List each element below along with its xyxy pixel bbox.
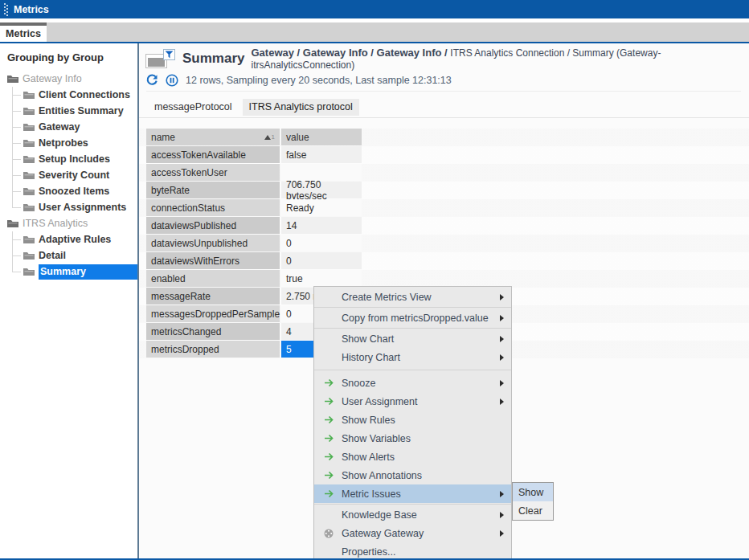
tree-connector	[12, 151, 23, 167]
sidebar-item-label: ITRS Analytics	[23, 218, 88, 229]
gateway-sphere-icon	[324, 529, 342, 538]
table-row-dataviewswitherrors: dataviewsWithErrors0	[146, 252, 362, 270]
sidebar-item-label: Snoozed Items	[39, 186, 109, 197]
menu-item-label: History Chart	[342, 352, 500, 363]
cell-name[interactable]: connectionStatus	[146, 199, 280, 216]
cell-name[interactable]: byteRate	[146, 182, 280, 198]
sidebar-item-detail[interactable]: Detail	[7, 247, 137, 264]
folder-icon	[23, 120, 35, 134]
sidebar-item-adaptive-rules[interactable]: Adaptive Rules	[7, 231, 137, 247]
menu-item-show-chart[interactable]: Show Chart	[314, 329, 511, 348]
metric-issues-submenu: ShowClear	[512, 482, 554, 521]
submenu-item-show[interactable]: Show	[513, 483, 553, 501]
menu-item-show-variables[interactable]: Show Variables	[314, 429, 511, 448]
menu-item-properties[interactable]: Properties...	[314, 542, 511, 560]
menu-item-knowledge-base[interactable]: Knowledge Base	[314, 505, 511, 524]
menu-item-create-metrics-view[interactable]: Create Metrics View	[314, 288, 511, 306]
column-header-name[interactable]: name1	[146, 129, 280, 145]
sidebar-item-netprobes[interactable]: Netprobes	[7, 135, 137, 151]
sidebar-item-itrs-analytics[interactable]: ITRS Analytics	[7, 215, 137, 231]
cell-name[interactable]: enabled	[146, 270, 280, 287]
cell-value[interactable]: 706.750 bytes/sec	[281, 182, 362, 198]
menu-item-label: Snooze	[342, 378, 500, 389]
submenu-arrow-icon	[500, 294, 504, 300]
headline-row: messageProtocol ITRS Analytics protocol	[139, 96, 749, 118]
submenu-item-clear[interactable]: Clear	[513, 501, 553, 520]
green-arrow-icon	[324, 378, 342, 387]
green-arrow-icon	[324, 471, 342, 480]
menu-item-label: Show Annotations	[342, 470, 504, 481]
sidebar-item-label: Gateway	[39, 121, 80, 133]
menu-item-snooze[interactable]: Snooze	[314, 374, 511, 392]
cell-name[interactable]: accessTokenAvailable	[146, 146, 280, 163]
menu-item-show-rules[interactable]: Show Rules	[314, 411, 511, 429]
sidebar-item-client-connections[interactable]: Client Connections	[7, 87, 137, 103]
tree-connector	[12, 103, 23, 119]
menu-item-label: Properties...	[342, 546, 504, 558]
column-header-value[interactable]: value	[281, 129, 362, 145]
grouping-sidebar: Grouping by Group Gateway InfoClient Con…	[0, 43, 137, 558]
column-header-name-label: name	[151, 132, 175, 143]
sidebar-item-label: Entities Summary	[39, 105, 124, 116]
submenu-arrow-icon	[500, 491, 504, 497]
sort-order-number: 1	[272, 133, 275, 141]
sidebar-item-summary[interactable]: Summary	[7, 264, 137, 280]
folder-icon	[23, 88, 35, 102]
cell-value[interactable]: true	[281, 270, 362, 287]
menu-item-metric-issues[interactable]: Metric Issues	[314, 484, 511, 503]
sidebar-item-label: Severity Count	[39, 170, 109, 181]
menu-item-label: Show Chart	[342, 333, 500, 345]
menu-item-label: Copy from metricsDropped.value	[342, 313, 500, 324]
cell-name[interactable]: metricsChanged	[146, 323, 280, 340]
sidebar-item-gateway[interactable]: Gateway	[7, 119, 137, 135]
folder-icon	[23, 168, 35, 182]
sidebar-title: Grouping by Group	[7, 51, 137, 63]
cell-name[interactable]: dataviewsUnpublished	[146, 235, 280, 251]
folder-icon	[23, 232, 35, 247]
cell-name[interactable]: metricsDropped	[146, 341, 280, 358]
sidebar-item-label: Setup Includes	[39, 153, 110, 165]
headline-label: messageProtocol	[154, 101, 232, 112]
metrics-window: Metrics Metrics Grouping by Group Gatewa…	[0, 0, 749, 560]
menu-item-history-chart[interactable]: History Chart	[314, 348, 511, 366]
title-bar: Metrics	[0, 0, 749, 18]
cell-value[interactable]: 0	[281, 235, 362, 251]
cell-value[interactable]: 0	[281, 252, 362, 269]
submenu-arrow-icon	[500, 315, 504, 321]
drag-handle-icon[interactable]	[2, 2, 10, 16]
submenu-arrow-icon	[500, 336, 504, 342]
menu-item-show-alerts[interactable]: Show Alerts	[314, 448, 511, 466]
headline-value[interactable]: ITRS Analytics protocol	[243, 99, 359, 116]
breadcrumb: Gateway / Gateway Info / Gateway Info / …	[251, 47, 749, 71]
sidebar-item-gateway-info[interactable]: Gateway Info	[7, 71, 137, 87]
submenu-arrow-icon	[500, 512, 504, 518]
sidebar-item-snoozed-items[interactable]: Snoozed Items	[7, 183, 137, 199]
refresh-icon[interactable]	[146, 74, 158, 86]
menu-item-user-assignment[interactable]: User Assignment	[314, 392, 511, 411]
cell-value[interactable]: 14	[281, 217, 362, 234]
pause-icon[interactable]	[166, 74, 178, 87]
folder-icon	[23, 264, 35, 279]
cell-name[interactable]: messageRate	[146, 288, 280, 305]
sidebar-item-severity-count[interactable]: Severity Count	[7, 167, 137, 183]
cell-name[interactable]: dataviewsPublished	[146, 217, 280, 234]
menu-item-show-annotations[interactable]: Show Annotations	[314, 466, 511, 484]
cell-value[interactable]: Ready	[281, 199, 362, 216]
tab-metrics[interactable]: Metrics	[0, 22, 47, 42]
menu-item-gateway-gateway[interactable]: Gateway Gateway	[314, 524, 511, 542]
cell-name[interactable]: messagesDroppedPerSample	[146, 305, 280, 322]
sidebar-item-user-assignments[interactable]: User Assignments	[7, 199, 137, 215]
sidebar-item-setup-includes[interactable]: Setup Includes	[7, 151, 137, 167]
folder-icon	[23, 152, 35, 166]
tree-connector	[12, 87, 23, 103]
cell-name[interactable]: accessTokenUser	[146, 164, 280, 181]
sidebar-item-label: Client Connections	[39, 89, 130, 100]
sidebar-item-label: Netprobes	[39, 137, 88, 149]
menu-item-copy-from-metricsdropped-value[interactable]: Copy from metricsDropped.value	[314, 309, 511, 327]
tab-bar: Metrics	[0, 22, 749, 42]
menu-item-label: Metric Issues	[342, 488, 500, 500]
cell-value[interactable]: false	[281, 146, 362, 163]
sidebar-item-entities-summary[interactable]: Entities Summary	[7, 103, 137, 119]
cell-name[interactable]: dataviewsWithErrors	[146, 252, 280, 269]
sort-asc-icon[interactable]: 1	[264, 133, 275, 141]
